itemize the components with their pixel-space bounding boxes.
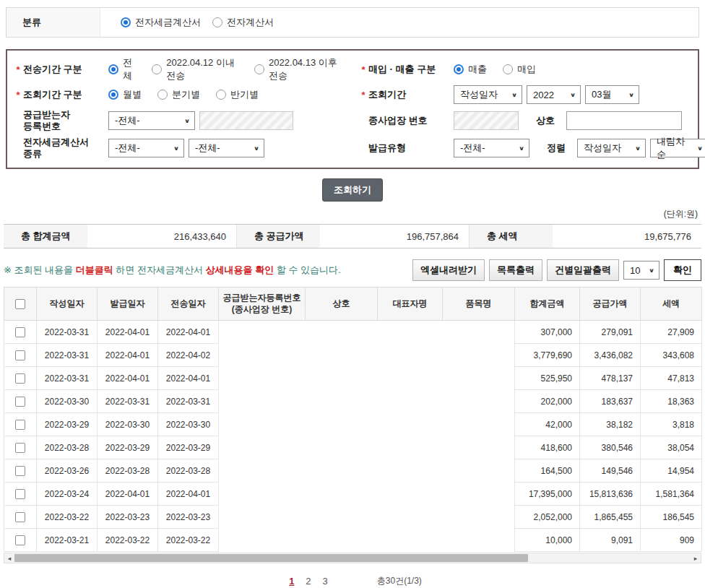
radio-option[interactable]: 2022.04.12 이내 전송 bbox=[152, 56, 238, 82]
column-header: 세액 bbox=[641, 287, 702, 321]
radio-option[interactable]: 매출 bbox=[454, 63, 487, 76]
row-checkbox[interactable] bbox=[15, 512, 25, 522]
redacted-cell bbox=[378, 506, 443, 529]
invoice-kind-select-2[interactable]: -전체- ∨ bbox=[189, 139, 264, 157]
amount-cell: 909 bbox=[641, 529, 702, 552]
row-checkbox[interactable] bbox=[15, 489, 25, 499]
table-row[interactable]: 2022-03-312022-04-012022-04-023,779,6903… bbox=[4, 344, 702, 367]
radio-option[interactable]: 2022.04.13 이후 전송 bbox=[254, 56, 341, 82]
page-size-select[interactable]: 10 ∨ bbox=[623, 261, 659, 280]
print-batch-button[interactable]: 건별일괄출력 bbox=[547, 259, 619, 281]
page-number[interactable]: 3 bbox=[317, 576, 334, 587]
search-button[interactable]: 조회하기 bbox=[322, 178, 383, 202]
query-period-month-select[interactable]: 03월 ∨ bbox=[585, 85, 639, 104]
scrollbar-track[interactable] bbox=[14, 553, 691, 563]
table-row[interactable]: 2022-03-222022-03-232022-03-232,052,0001… bbox=[4, 506, 702, 529]
amount-cell: 478,137 bbox=[580, 367, 641, 390]
sort-order-select[interactable]: 내림차순 ∨ bbox=[650, 139, 705, 157]
table-row[interactable]: 2022-03-312022-04-012022-04-01525,950478… bbox=[4, 367, 702, 390]
scroll-right-icon[interactable]: ▸ bbox=[691, 555, 701, 562]
recipient-reg-no-select[interactable]: -전체- ∨ bbox=[108, 111, 195, 130]
radio-option[interactable]: 월별 bbox=[108, 88, 142, 101]
row-checkbox[interactable] bbox=[15, 466, 25, 476]
table-row[interactable]: 2022-03-242022-04-012022-04-0117,395,000… bbox=[4, 483, 702, 506]
query-period-basis-select[interactable]: 작성일자 ∨ bbox=[454, 85, 522, 104]
date-cell: 2022-03-23 bbox=[98, 506, 158, 529]
search-panel: * 전송기간 구분 전체2022.04.12 이내 전송2022.04.13 이… bbox=[6, 49, 699, 169]
company-name-input[interactable] bbox=[566, 111, 682, 130]
redacted-cell bbox=[306, 459, 378, 483]
row-checkbox[interactable] bbox=[15, 535, 25, 545]
radio-label: 전자계산서 bbox=[227, 16, 274, 29]
row-checkbox[interactable] bbox=[15, 397, 25, 407]
sale-purchase-radio-group: 매출매입 bbox=[454, 63, 548, 76]
date-cell: 2022-03-21 bbox=[37, 529, 98, 552]
chevron-down-icon: ∨ bbox=[519, 145, 524, 152]
date-cell: 2022-03-30 bbox=[37, 390, 98, 413]
confirm-button[interactable]: 확인 bbox=[664, 259, 701, 281]
notice-text: ※ 조회된 내용을 bbox=[4, 264, 76, 275]
table-row[interactable]: 2022-03-262022-03-282022-03-28164,500149… bbox=[4, 459, 702, 483]
page-number[interactable]: 2 bbox=[300, 576, 316, 587]
required-asterisk: * bbox=[13, 64, 23, 75]
radio-option[interactable]: 전자계산서 bbox=[212, 16, 274, 29]
sort-field-select[interactable]: 작성일자 ∨ bbox=[577, 139, 646, 157]
chevron-down-icon: ∨ bbox=[628, 92, 634, 98]
issue-type-select[interactable]: -전체- ∨ bbox=[454, 139, 529, 157]
radio-option[interactable]: 전자세금계산서 bbox=[121, 16, 201, 29]
classification-radio-group: 전자세금계산서전자계산서 bbox=[100, 8, 285, 37]
table-row[interactable]: 2022-03-312022-04-012022-04-01307,000279… bbox=[4, 321, 702, 344]
print-list-button[interactable]: 목록출력 bbox=[489, 259, 542, 281]
date-cell: 2022-03-30 bbox=[98, 413, 158, 436]
radio-label: 매입 bbox=[517, 63, 536, 76]
row-checkbox[interactable] bbox=[15, 327, 25, 337]
radio-label: 전체 bbox=[123, 56, 136, 82]
redacted-cell bbox=[306, 390, 378, 413]
table-row[interactable]: 2022-03-292022-03-302022-03-3042,00038,1… bbox=[4, 413, 702, 436]
radio-unselected-icon bbox=[254, 64, 264, 74]
page-number-current[interactable]: 1 bbox=[283, 576, 300, 587]
date-cell: 2022-03-31 bbox=[37, 344, 98, 367]
redacted-cell bbox=[378, 367, 443, 390]
date-cell: 2022-03-24 bbox=[37, 483, 98, 506]
radio-option[interactable]: 반기별 bbox=[216, 88, 259, 101]
radio-option[interactable]: 전체 bbox=[108, 56, 136, 82]
redacted-cell bbox=[378, 390, 443, 413]
horizontal-scrollbar[interactable]: ◂ ▸ bbox=[4, 553, 701, 563]
date-cell: 2022-03-23 bbox=[158, 506, 219, 529]
required-asterisk: * bbox=[13, 90, 23, 100]
row-checkbox[interactable] bbox=[15, 420, 25, 430]
radio-option[interactable]: 분기별 bbox=[157, 88, 200, 101]
table-row[interactable]: 2022-03-212022-03-222022-03-2210,0009,09… bbox=[4, 529, 702, 552]
chevron-down-icon: ∨ bbox=[511, 92, 517, 98]
amount-cell: 380,546 bbox=[580, 436, 641, 459]
redacted-cell bbox=[219, 367, 306, 390]
invoice-kind-select-1[interactable]: -전체- ∨ bbox=[108, 139, 184, 157]
redacted-cell bbox=[219, 483, 306, 506]
radio-unselected-icon bbox=[216, 90, 226, 100]
row-checkbox[interactable] bbox=[15, 350, 25, 360]
column-header: 대표자명 bbox=[378, 287, 443, 321]
radio-option[interactable]: 매입 bbox=[503, 63, 536, 76]
radio-selected-icon bbox=[121, 17, 131, 27]
redacted-cell bbox=[219, 436, 306, 459]
redacted-cell bbox=[443, 483, 515, 506]
row-checkbox[interactable] bbox=[15, 373, 25, 384]
redacted-cell bbox=[378, 459, 443, 483]
row-checkbox[interactable] bbox=[15, 443, 25, 453]
redacted-cell bbox=[443, 367, 515, 390]
redacted-cell bbox=[219, 413, 306, 436]
redacted-cell bbox=[378, 413, 443, 436]
scrollbar-thumb[interactable] bbox=[14, 554, 528, 562]
checkbox-cell bbox=[4, 436, 37, 459]
excel-download-button[interactable]: 엑셀내려받기 bbox=[412, 259, 485, 281]
redacted-cell bbox=[219, 506, 306, 529]
unit-note: (단위:원) bbox=[7, 208, 698, 220]
query-period-year-select[interactable]: 2022 ∨ bbox=[527, 85, 581, 104]
column-header: 전송일자 bbox=[158, 287, 219, 321]
table-row[interactable]: 2022-03-282022-03-292022-03-29418,600380… bbox=[4, 436, 702, 459]
table-row[interactable]: 2022-03-302022-03-312022-03-31202,000183… bbox=[4, 390, 702, 413]
scroll-left-icon[interactable]: ◂ bbox=[4, 555, 14, 562]
select-all-checkbox[interactable] bbox=[15, 299, 25, 309]
total-supply-value: 196,757,864 bbox=[320, 225, 469, 248]
